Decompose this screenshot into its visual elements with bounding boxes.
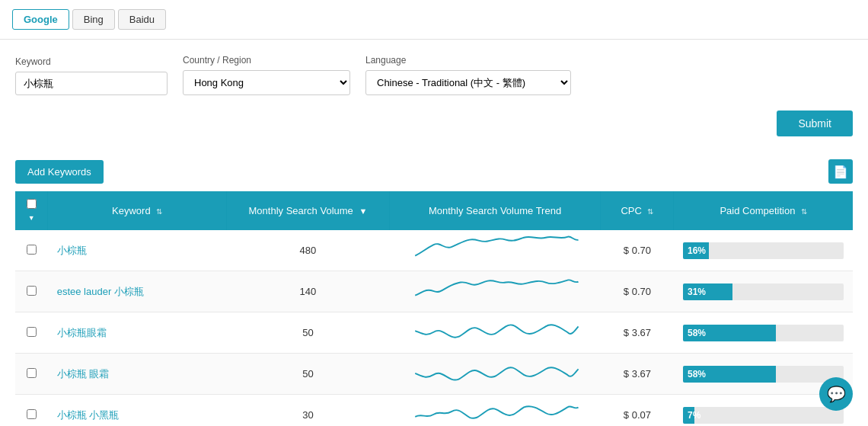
row-cpc: $ 0.70	[601, 230, 674, 271]
table-row: 小棕瓶眼霜50$ 3.6758%	[15, 312, 853, 354]
keyword-input[interactable]	[15, 72, 168, 95]
th-checkbox[interactable]: ▼	[15, 191, 48, 230]
language-select[interactable]: Chinese - Traditional (中文 - 繁體)	[365, 70, 571, 95]
competition-percent: 16%	[688, 245, 706, 256]
pc-sort-icon: ⇅	[801, 207, 807, 216]
row-keyword[interactable]: estee lauder 小棕瓶	[48, 271, 227, 312]
tab-bing[interactable]: Bing	[72, 9, 115, 30]
row-paid-competition: 31%	[674, 271, 853, 312]
results-table: ▼ Keyword ⇅ Monthly Search Volume ▼ Mont…	[15, 191, 853, 426]
table-row: 小棕瓶480$ 0.7016%	[15, 230, 853, 271]
row-checkbox-cell	[15, 230, 48, 271]
chevron-down-icon: ▼	[28, 214, 35, 222]
row-trend	[389, 354, 601, 395]
row-keyword[interactable]: 小棕瓶	[48, 230, 227, 271]
row-paid-competition: 16%	[674, 230, 853, 271]
table-row: estee lauder 小棕瓶140$ 0.7031%	[15, 271, 853, 312]
chat-icon: 💬	[827, 385, 846, 403]
submit-button[interactable]: Submit	[777, 111, 853, 136]
tab-google[interactable]: Google	[12, 9, 69, 30]
row-checkbox[interactable]	[27, 245, 37, 255]
row-trend	[389, 395, 601, 427]
keyword-sort-icon: ⇅	[156, 207, 162, 216]
row-trend	[389, 271, 601, 312]
row-keyword[interactable]: 小棕瓶眼霜	[48, 312, 227, 354]
row-msv: 480	[227, 230, 390, 271]
row-checkbox-cell	[15, 395, 48, 427]
tab-baidu[interactable]: Baidu	[118, 9, 166, 30]
row-checkbox[interactable]	[27, 286, 37, 296]
row-checkbox[interactable]	[27, 409, 37, 419]
row-cpc: $ 0.07	[601, 395, 674, 427]
th-cpc[interactable]: CPC ⇅	[601, 191, 674, 230]
competition-percent: 58%	[688, 328, 706, 338]
row-msv: 30	[227, 395, 390, 427]
row-paid-competition: 58%	[674, 312, 853, 354]
row-keyword[interactable]: 小棕瓶 小黑瓶	[48, 395, 227, 427]
search-form: Keyword Country / Region Hong Kong Langu…	[0, 40, 868, 103]
export-button[interactable]: 📄	[828, 159, 853, 184]
row-cpc: $ 3.67	[601, 354, 674, 395]
top-tabs-container: Google Bing Baidu	[0, 0, 868, 40]
select-all-checkbox[interactable]	[27, 199, 37, 209]
th-msvt: Monthly Search Volume Trend	[389, 191, 601, 230]
language-label: Language	[365, 55, 571, 66]
row-checkbox[interactable]	[27, 368, 37, 378]
row-msv: 50	[227, 354, 390, 395]
country-select[interactable]: Hong Kong	[183, 70, 350, 95]
row-trend	[389, 312, 601, 354]
country-label: Country / Region	[183, 55, 350, 66]
results-table-container: ▼ Keyword ⇅ Monthly Search Volume ▼ Mont…	[0, 191, 868, 426]
row-cpc: $ 0.70	[601, 271, 674, 312]
row-trend	[389, 230, 601, 271]
competition-percent: 58%	[688, 369, 706, 380]
table-row: 小棕瓶 眼霜50$ 3.6758%	[15, 354, 853, 395]
th-msv[interactable]: Monthly Search Volume ▼	[227, 191, 390, 230]
export-icon: 📄	[833, 165, 848, 179]
toolbar: Add Keywords 📄	[0, 152, 868, 191]
msv-filter-icon: ▼	[359, 207, 367, 216]
chat-bubble[interactable]: 💬	[819, 377, 853, 411]
th-keyword[interactable]: Keyword ⇅	[48, 191, 227, 230]
add-keywords-button[interactable]: Add Keywords	[15, 160, 104, 184]
row-checkbox-cell	[15, 271, 48, 312]
th-pc[interactable]: Paid Competition ⇅	[674, 191, 853, 230]
row-checkbox-cell	[15, 354, 48, 395]
submit-row: Submit	[0, 103, 868, 152]
competition-percent: 7%	[688, 410, 700, 421]
cpc-sort-icon: ⇅	[647, 207, 653, 216]
keyword-label: Keyword	[15, 56, 168, 67]
row-msv: 140	[227, 271, 390, 312]
row-checkbox[interactable]	[27, 327, 37, 337]
row-checkbox-cell	[15, 312, 48, 354]
competition-percent: 31%	[688, 287, 706, 297]
table-row: 小棕瓶 小黑瓶30$ 0.077%	[15, 395, 853, 427]
row-cpc: $ 3.67	[601, 312, 674, 354]
row-msv: 50	[227, 312, 390, 354]
row-keyword[interactable]: 小棕瓶 眼霜	[48, 354, 227, 395]
